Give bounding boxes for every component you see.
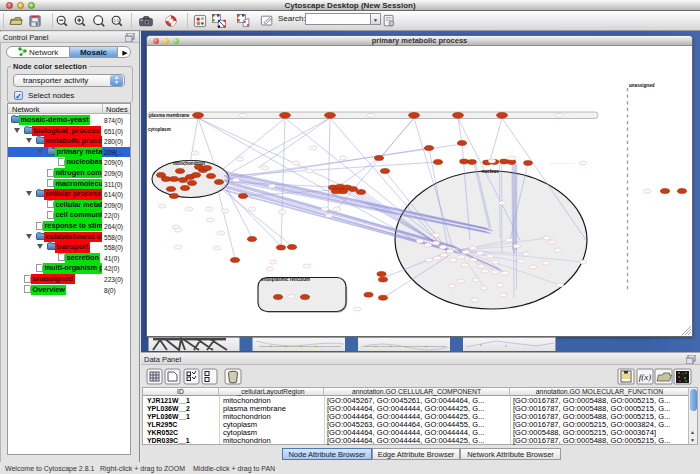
svg-text:··: ·· <box>216 243 218 245</box>
svg-text:··: ·· <box>161 201 163 203</box>
svg-text:···: ··· <box>419 240 422 243</box>
svg-text:···: ··· <box>272 261 275 264</box>
svg-text:···: ··· <box>435 234 438 237</box>
svg-text:···: ··· <box>474 299 477 302</box>
svg-text:···: ··· <box>443 254 446 257</box>
svg-text:···: ··· <box>646 190 649 193</box>
svg-text:···: ··· <box>324 208 327 211</box>
svg-text:···: ··· <box>501 202 504 205</box>
svg-text:···: ··· <box>235 179 238 182</box>
svg-text:···: ··· <box>511 157 514 160</box>
svg-text:···: ··· <box>532 266 535 269</box>
svg-text:···: ··· <box>460 280 463 283</box>
svg-text:··: ·· <box>324 204 326 206</box>
svg-text:···: ··· <box>582 261 585 264</box>
svg-text:···: ··· <box>477 157 480 161</box>
svg-text:···: ··· <box>516 245 519 248</box>
svg-text:···: ··· <box>271 185 274 188</box>
svg-text:···: ··· <box>449 250 452 253</box>
svg-text:···: ··· <box>177 246 180 249</box>
svg-text:·························: ························· <box>549 162 574 166</box>
svg-text:···: ··· <box>436 257 439 260</box>
svg-text:···: ··· <box>220 232 223 235</box>
svg-text:··: ·· <box>336 204 338 206</box>
svg-text:···: ··· <box>451 285 454 288</box>
svg-text:··: ·· <box>269 264 271 266</box>
svg-text:···: ··· <box>475 279 478 282</box>
svg-text:···: ··· <box>161 205 164 208</box>
svg-text:···: ··· <box>370 114 373 117</box>
svg-text:··: ·· <box>646 186 648 188</box>
svg-text:···: ··· <box>295 162 298 165</box>
svg-text:···: ··· <box>242 114 245 117</box>
svg-text:unassigned: unassigned <box>629 83 655 88</box>
svg-text:···: ··· <box>460 256 463 259</box>
svg-text:···: ··· <box>504 272 507 275</box>
svg-text:··: ·· <box>356 304 358 306</box>
svg-text:···: ··· <box>559 284 562 287</box>
svg-text:cytoplasm: cytoplasm <box>148 127 171 132</box>
svg-text:···: ··· <box>557 249 560 252</box>
svg-text:···: ··· <box>306 265 309 268</box>
svg-text:endoplasmic reticulum: endoplasmic reticulum <box>261 277 310 282</box>
svg-text:···: ··· <box>336 208 339 211</box>
svg-text:···: ··· <box>312 147 315 150</box>
svg-text:···: ··· <box>452 259 455 262</box>
svg-text:···: ··· <box>442 246 445 249</box>
svg-text:···: ··· <box>494 271 497 274</box>
svg-text:f(x): f(x) <box>639 372 652 382</box>
svg-text:··: ·· <box>209 215 211 217</box>
svg-text:···: ··· <box>480 265 483 268</box>
svg-text:···: ··· <box>180 165 183 168</box>
svg-text:····: ···· <box>390 270 394 273</box>
svg-text:···: ··· <box>545 262 548 265</box>
svg-text:···: ··· <box>494 261 497 264</box>
svg-text:···: ··· <box>465 251 468 254</box>
svg-text:···: ··· <box>499 284 502 287</box>
svg-text:··: ·· <box>306 261 308 263</box>
svg-text:···: ··· <box>239 158 242 161</box>
svg-text:···: ··· <box>194 152 197 155</box>
svg-text:···: ··· <box>472 247 475 250</box>
svg-text:···: ··· <box>479 252 482 255</box>
svg-text:···: ··· <box>484 270 487 273</box>
svg-text:···: ··· <box>427 244 430 247</box>
svg-text:··: ·· <box>264 163 266 165</box>
svg-text:···: ··· <box>525 253 528 256</box>
svg-text:··: ·· <box>295 158 297 160</box>
svg-text:··: ·· <box>194 148 196 150</box>
svg-text:nucleus: nucleus <box>482 169 500 174</box>
svg-text:···: ··· <box>502 294 505 297</box>
svg-text:···: ··· <box>520 260 523 263</box>
svg-text:···: ··· <box>551 241 554 244</box>
svg-text:···: ··· <box>216 247 219 250</box>
svg-text:··: ·· <box>220 228 222 230</box>
svg-text:···: ··· <box>308 170 311 173</box>
svg-text:···: ··· <box>508 239 511 242</box>
svg-text:··: ·· <box>342 153 344 155</box>
svg-text:···: ··· <box>489 255 492 258</box>
svg-text:···: ··· <box>435 242 438 245</box>
svg-text:···: ··· <box>464 264 467 267</box>
svg-text:··: ·· <box>208 204 210 206</box>
svg-text:···: ··· <box>328 215 331 218</box>
svg-text:··: ·· <box>582 158 584 160</box>
svg-text:··: ·· <box>511 153 513 155</box>
svg-text:1:1: 1:1 <box>113 18 119 23</box>
svg-text:··: ·· <box>281 207 283 209</box>
svg-text:···: ··· <box>428 259 431 262</box>
svg-text:···: ··· <box>264 167 267 170</box>
svg-text:···: ··· <box>290 296 293 299</box>
svg-text:···: ··· <box>491 160 494 163</box>
svg-text:··: ·· <box>312 143 314 145</box>
svg-text:··: ·· <box>224 206 226 208</box>
svg-text:···: ··· <box>558 114 561 117</box>
svg-text:···: ··· <box>209 219 212 222</box>
svg-text:···: ··· <box>483 287 486 290</box>
svg-text:···: ··· <box>342 157 345 160</box>
svg-text:····: ···· <box>432 161 436 165</box>
svg-text:···: ··· <box>356 308 359 311</box>
svg-text:···: ··· <box>251 208 254 211</box>
svg-text:···: ··· <box>546 237 549 240</box>
svg-text:··: ·· <box>272 257 274 259</box>
